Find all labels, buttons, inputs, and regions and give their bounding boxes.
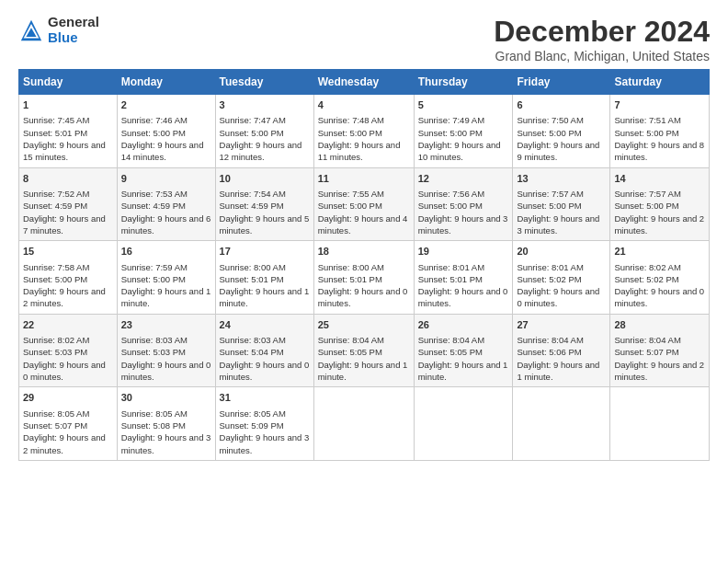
cell-1-4: 4Sunrise: 7:48 AMSunset: 5:00 PMDaylight…	[313, 95, 414, 168]
title-section: December 2024 Grand Blanc, Michigan, Uni…	[494, 15, 710, 63]
sunrise: Sunrise: 8:04 AM	[418, 335, 484, 345]
sunset: Sunset: 5:04 PM	[220, 347, 284, 357]
daylight: Daylight: 9 hours and 1 minute.	[121, 286, 211, 308]
sunset: Sunset: 5:00 PM	[121, 274, 186, 284]
sunrise: Sunrise: 7:49 AM	[418, 115, 484, 125]
daylight: Daylight: 9 hours and 8 minutes.	[614, 140, 704, 162]
day-number: 27	[517, 318, 606, 332]
main-title: December 2024	[494, 15, 710, 49]
sunrise: Sunrise: 8:01 AM	[517, 262, 583, 272]
day-number: 29	[23, 391, 113, 405]
sunset: Sunset: 5:00 PM	[418, 201, 483, 211]
sunrise: Sunrise: 7:47 AM	[220, 115, 286, 125]
day-number: 31	[220, 391, 310, 405]
sunrise: Sunrise: 7:50 AM	[517, 115, 583, 125]
day-number: 22	[23, 318, 113, 332]
cell-2-2: 9Sunrise: 7:53 AMSunset: 4:59 PMDaylight…	[117, 167, 215, 241]
day-number: 7	[614, 98, 705, 112]
sunset: Sunset: 4:59 PM	[220, 201, 284, 211]
cell-1-1: 1Sunrise: 7:45 AMSunset: 5:01 PMDaylight…	[19, 95, 118, 168]
daylight: Daylight: 9 hours and 10 minutes.	[418, 140, 501, 162]
daylight: Daylight: 9 hours and 3 minutes.	[121, 432, 211, 454]
sunset: Sunset: 5:00 PM	[318, 201, 382, 211]
cell-5-1: 29Sunrise: 8:05 AMSunset: 5:07 PMDayligh…	[19, 387, 118, 461]
daylight: Daylight: 9 hours and 1 minute.	[318, 360, 408, 382]
sunset: Sunset: 5:00 PM	[220, 128, 284, 138]
header-sunday: Sunday	[19, 70, 118, 95]
day-number: 9	[121, 172, 211, 186]
sunrise: Sunrise: 7:45 AM	[23, 115, 89, 125]
day-number: 5	[418, 98, 509, 112]
daylight: Daylight: 9 hours and 6 minutes.	[121, 213, 211, 236]
sunset: Sunset: 5:00 PM	[517, 201, 581, 211]
daylight: Daylight: 9 hours and 2 minutes.	[614, 213, 704, 236]
day-number: 23	[121, 318, 211, 332]
daylight: Daylight: 9 hours and 0 minutes.	[614, 286, 704, 308]
header: General Blue December 2024 Grand Blanc, …	[18, 15, 710, 63]
day-number: 21	[614, 245, 705, 259]
sunrise: Sunrise: 7:55 AM	[318, 189, 384, 199]
page-container: General Blue December 2024 Grand Blanc, …	[0, 0, 728, 470]
cell-4-7: 28Sunrise: 8:04 AMSunset: 5:07 PMDayligh…	[610, 314, 710, 387]
day-number: 4	[318, 98, 410, 112]
cell-5-4	[313, 387, 414, 461]
cell-5-5	[414, 387, 513, 461]
sunset: Sunset: 5:00 PM	[23, 274, 87, 284]
daylight: Daylight: 9 hours and 1 minute.	[220, 286, 310, 308]
daylight: Daylight: 9 hours and 12 minutes.	[220, 140, 302, 162]
sunset: Sunset: 5:03 PM	[121, 347, 186, 357]
cell-2-6: 13Sunrise: 7:57 AMSunset: 5:00 PMDayligh…	[513, 167, 610, 241]
logo-general: General	[48, 15, 99, 30]
day-number: 20	[517, 245, 606, 259]
cell-4-6: 27Sunrise: 8:04 AMSunset: 5:06 PMDayligh…	[513, 314, 610, 387]
cell-4-2: 23Sunrise: 8:03 AMSunset: 5:03 PMDayligh…	[117, 314, 215, 387]
sunset: Sunset: 5:09 PM	[220, 420, 284, 431]
cell-1-2: 2Sunrise: 7:46 AMSunset: 5:00 PMDaylight…	[117, 95, 215, 168]
cell-2-7: 14Sunrise: 7:57 AMSunset: 5:00 PMDayligh…	[610, 167, 710, 241]
cell-3-4: 18Sunrise: 8:00 AMSunset: 5:01 PMDayligh…	[313, 241, 414, 315]
sunrise: Sunrise: 7:46 AM	[121, 115, 188, 125]
cell-3-3: 17Sunrise: 8:00 AMSunset: 5:01 PMDayligh…	[215, 241, 313, 315]
daylight: Daylight: 9 hours and 2 minutes.	[23, 286, 106, 308]
daylight: Daylight: 9 hours and 3 minutes.	[220, 432, 310, 454]
cell-2-3: 10Sunrise: 7:54 AMSunset: 4:59 PMDayligh…	[215, 167, 313, 241]
daylight: Daylight: 9 hours and 0 minutes.	[318, 286, 408, 308]
sunset: Sunset: 5:00 PM	[614, 201, 678, 211]
sunset: Sunset: 5:06 PM	[517, 347, 581, 357]
sunset: Sunset: 5:05 PM	[418, 347, 483, 357]
sunset: Sunset: 4:59 PM	[121, 201, 186, 211]
week-row-5: 29Sunrise: 8:05 AMSunset: 5:07 PMDayligh…	[19, 387, 710, 461]
header-row: Sunday Monday Tuesday Wednesday Thursday…	[19, 70, 710, 95]
sunrise: Sunrise: 7:51 AM	[614, 115, 680, 125]
cell-2-1: 8Sunrise: 7:52 AMSunset: 4:59 PMDaylight…	[19, 167, 118, 241]
cell-2-4: 11Sunrise: 7:55 AMSunset: 5:00 PMDayligh…	[313, 167, 414, 241]
cell-4-1: 22Sunrise: 8:02 AMSunset: 5:03 PMDayligh…	[19, 314, 118, 387]
logo-blue: Blue	[48, 30, 99, 46]
cell-1-5: 5Sunrise: 7:49 AMSunset: 5:00 PMDaylight…	[414, 95, 513, 168]
day-number: 12	[418, 172, 509, 186]
sunset: Sunset: 5:05 PM	[318, 347, 382, 357]
daylight: Daylight: 9 hours and 11 minutes.	[318, 140, 401, 162]
sunset: Sunset: 5:01 PM	[220, 274, 284, 284]
week-row-1: 1Sunrise: 7:45 AMSunset: 5:01 PMDaylight…	[19, 95, 710, 168]
sunset: Sunset: 5:07 PM	[23, 420, 87, 431]
sunset: Sunset: 5:00 PM	[121, 128, 186, 138]
sunset: Sunset: 5:01 PM	[318, 274, 382, 284]
logo: General Blue	[18, 15, 99, 45]
sunset: Sunset: 5:08 PM	[121, 420, 186, 431]
cell-4-3: 24Sunrise: 8:03 AMSunset: 5:04 PMDayligh…	[215, 314, 313, 387]
header-friday: Friday	[513, 70, 610, 95]
daylight: Daylight: 9 hours and 1 minute.	[418, 360, 508, 382]
day-number: 15	[23, 245, 113, 259]
sunset: Sunset: 5:01 PM	[418, 274, 483, 284]
day-number: 16	[121, 245, 211, 259]
day-number: 18	[318, 245, 410, 259]
logo-text: General Blue	[48, 15, 99, 45]
cell-3-6: 20Sunrise: 8:01 AMSunset: 5:02 PMDayligh…	[513, 241, 610, 315]
daylight: Daylight: 9 hours and 14 minutes.	[121, 140, 204, 162]
cell-1-3: 3Sunrise: 7:47 AMSunset: 5:00 PMDaylight…	[215, 95, 313, 168]
sunrise: Sunrise: 7:54 AM	[220, 189, 286, 199]
sunset: Sunset: 5:01 PM	[23, 128, 87, 138]
daylight: Daylight: 9 hours and 0 minutes.	[23, 360, 106, 382]
day-number: 1	[23, 98, 113, 112]
